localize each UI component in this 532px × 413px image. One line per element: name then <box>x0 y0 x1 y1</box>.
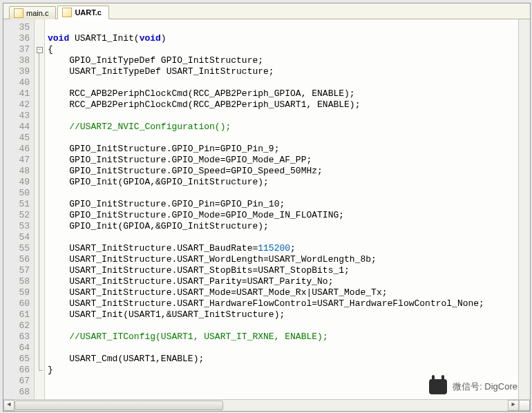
line-number: 63 <box>3 332 30 343</box>
vertical-scrollbar[interactable] <box>518 19 530 399</box>
tab-UART-c[interactable]: UART.c <box>57 6 109 19</box>
h-scroll-track[interactable] <box>15 400 508 411</box>
line-number: 45 <box>3 133 30 144</box>
line-number: 44 <box>3 122 30 133</box>
code-line[interactable]: RCC_APB2PeriphClockCmd(RCC_APB2Periph_US… <box>48 99 518 111</box>
line-number: 39 <box>3 66 30 77</box>
code-view[interactable]: void USART1_Init(void){ GPIO_InitTypeDef… <box>45 19 518 399</box>
line-number: 57 <box>3 265 30 276</box>
fold-gutter: - <box>35 19 45 399</box>
line-number: 38 <box>3 55 30 66</box>
line-number: 51 <box>3 199 30 210</box>
line-number: 40 <box>3 77 30 88</box>
line-number: 48 <box>3 166 30 177</box>
line-number: 66 <box>3 365 30 376</box>
line-number: 67 <box>3 376 30 387</box>
scroll-right-button[interactable]: ► <box>508 400 519 411</box>
line-number: 41 <box>3 88 30 99</box>
scroll-corner <box>519 400 530 411</box>
editor-frame: main.cUART.c 353637383940414243444546474… <box>3 3 531 412</box>
code-line[interactable] <box>48 111 518 122</box>
fold-end <box>39 370 43 371</box>
tab-main-c[interactable]: main.c <box>9 6 56 19</box>
code-line[interactable]: //USART_ITConfig(USART1, USART_IT_RXNE, … <box>48 332 518 343</box>
code-line[interactable] <box>48 77 518 88</box>
line-number: 47 <box>3 155 30 166</box>
code-line[interactable]: USART_InitStructure.USART_Mode=USART_Mod… <box>48 287 518 298</box>
line-number: 50 <box>3 188 30 199</box>
fold-line <box>39 53 39 370</box>
code-line[interactable]: GPIO_InitStructure.GPIO_Mode=GPIO_Mode_I… <box>48 210 518 221</box>
line-number: 49 <box>3 177 30 188</box>
code-line[interactable] <box>48 343 518 354</box>
code-line[interactable]: void USART1_Init(void) <box>48 33 518 44</box>
code-line[interactable]: { <box>48 44 518 55</box>
line-number-gutter: 3536373839404142434445464748495051525354… <box>3 19 35 399</box>
tab-label: UART.c <box>75 8 102 17</box>
line-number: 62 <box>3 320 30 332</box>
horizontal-scrollbar[interactable]: ◄ ► <box>3 399 530 411</box>
code-line[interactable]: USART_InitStructure.USART_HardwareFlowCo… <box>48 298 518 309</box>
code-line[interactable]: GPIO_InitStructure.GPIO_Pin=GPIO_Pin_9; <box>48 144 518 155</box>
code-line[interactable]: GPIO_Init(GPIOA,&GPIO_InitStructure); <box>48 221 518 232</box>
line-number: 65 <box>3 354 30 365</box>
code-line[interactable] <box>48 22 518 33</box>
line-number: 53 <box>3 221 30 232</box>
code-line[interactable]: GPIO_Init(GPIOA,&GPIO_InitStructure); <box>48 177 518 188</box>
line-number: 60 <box>3 298 30 309</box>
code-line[interactable] <box>48 320 518 332</box>
fold-toggle[interactable]: - <box>37 47 43 53</box>
tab-label: main.c <box>26 9 48 17</box>
line-number: 52 <box>3 210 30 221</box>
line-number: 59 <box>3 287 30 298</box>
code-line[interactable]: GPIO_InitStructure.GPIO_Mode=GPIO_Mode_A… <box>48 155 518 166</box>
code-line[interactable] <box>48 387 518 398</box>
code-line[interactable] <box>48 232 518 243</box>
line-number: 54 <box>3 232 30 243</box>
tab-bar: main.cUART.c <box>3 3 530 19</box>
editor-area: 3536373839404142434445464748495051525354… <box>3 19 530 411</box>
code-line[interactable]: RCC_APB2PeriphClockCmd(RCC_APB2Periph_GP… <box>48 88 518 99</box>
code-line[interactable]: //USART2_NVIC_Configuration(); <box>48 122 518 133</box>
line-number: 35 <box>3 22 30 33</box>
code-line[interactable]: USART_InitStructure.USART_Parity=USART_P… <box>48 276 518 287</box>
line-number: 68 <box>3 387 30 398</box>
line-number: 43 <box>3 111 30 122</box>
code-line[interactable]: USART_Cmd(USART1,ENABLE); <box>48 354 518 365</box>
code-line[interactable] <box>48 133 518 144</box>
file-icon <box>62 8 72 17</box>
code-line[interactable]: USART_Init(USART1,&USART_InitStructure); <box>48 309 518 320</box>
line-number: 37 <box>3 44 30 55</box>
line-number: 61 <box>3 309 30 320</box>
code-line[interactable]: GPIO_InitStructure.GPIO_Pin=GPIO_Pin_10; <box>48 199 518 210</box>
line-number: 56 <box>3 254 30 265</box>
code-line[interactable]: } <box>48 365 518 376</box>
code-line[interactable]: USART_InitStructure.USART_WordLength=USA… <box>48 254 518 265</box>
line-number: 42 <box>3 99 30 111</box>
code-line[interactable]: USART_InitStructure.USART_StopBits=USART… <box>48 265 518 276</box>
code-line[interactable] <box>48 188 518 199</box>
scroll-left-button[interactable]: ◄ <box>3 400 15 411</box>
code-line[interactable] <box>48 376 518 387</box>
code-line[interactable]: GPIO_InitStructure.GPIO_Speed=GPIO_Speed… <box>48 166 518 177</box>
code-line[interactable]: USART_InitTypeDef USART_InitStructure; <box>48 66 518 77</box>
code-line[interactable]: USART_InitStructure.USART_BaudRate=11520… <box>48 243 518 254</box>
file-icon <box>14 8 23 18</box>
line-number: 64 <box>3 343 30 354</box>
line-number: 55 <box>3 243 30 254</box>
line-number: 58 <box>3 276 30 287</box>
line-number: 36 <box>3 33 30 44</box>
code-line[interactable]: GPIO_InitTypeDef GPIO_InitStructure; <box>48 55 518 66</box>
line-number: 46 <box>3 144 30 155</box>
h-scroll-thumb[interactable] <box>15 401 223 410</box>
